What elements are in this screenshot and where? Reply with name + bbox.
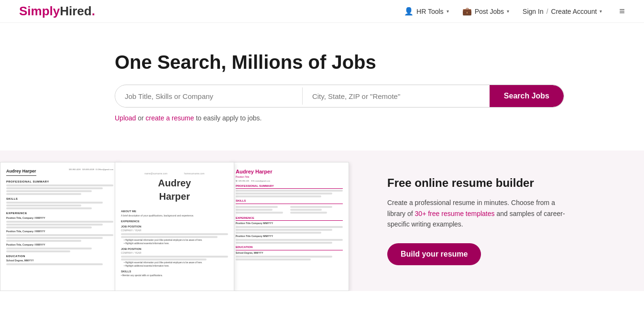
location-search-input[interactable]	[303, 86, 490, 107]
resume-1-prof-summary-label: Professional Summary	[6, 180, 113, 183]
resume-3-exp-1-line-1	[236, 226, 343, 228]
resume-3-exp-1-line-2	[236, 229, 332, 231]
post-jobs-label: Post Jobs	[475, 8, 504, 15]
resume-2-experience-label: EXPERIENCE	[121, 219, 228, 223]
resume-1-name: Audrey Harper	[6, 168, 36, 176]
auth-separator: /	[546, 8, 548, 15]
hamburger-menu-icon[interactable]: ≡	[619, 6, 625, 17]
resume-1-summary-line-4	[6, 193, 81, 195]
resume-upload-text: Upload or create a resume to easily appl…	[115, 114, 262, 122]
resume-3-skill-2	[236, 209, 273, 211]
search-jobs-button[interactable]: Search Jobs	[490, 85, 564, 107]
resume-1-exp-title-2: Position Title, Company / RRRYYY	[6, 230, 113, 233]
resume-3-summary-1	[236, 190, 343, 192]
resume-2-exp-title: JOB POSITION	[121, 225, 228, 228]
resume-3-contact: M: 329-992-435 ✉ K.Lewis@gmail.com	[236, 180, 343, 183]
resume-3-edu-title: School Degree, MM/YYY	[236, 251, 343, 255]
resume-2-skills-label: SKILLS	[121, 270, 228, 273]
resume-1-summary-line-3	[6, 190, 92, 192]
resume-3-exp-2-line-2	[236, 242, 332, 244]
resume-1-summary-line-1	[6, 184, 113, 186]
resume-3-skill-1	[236, 206, 278, 208]
resume-3-skill-6	[290, 212, 327, 214]
resume-2-about-label: ABOUT ME	[121, 209, 228, 213]
resume-card-classic: Audrey Harper 320-992-4226 329-993-4328 …	[0, 162, 120, 291]
resume-3-subtitle: Position Title	[236, 175, 343, 179]
resume-2-bullet-2: • Highlight additional essential informa…	[124, 242, 228, 245]
logo-hired: Hired	[60, 4, 91, 18]
resume-2-name: AudreyHarper	[121, 176, 228, 203]
resume-1-skills-label: Skills	[6, 197, 113, 201]
create-resume-link[interactable]: create a resume	[146, 114, 194, 122]
resume-2-exp-desc-1	[121, 233, 228, 235]
resume-1-skill-3	[6, 207, 92, 209]
hr-tools-chevron-icon: ▾	[447, 9, 449, 14]
resume-1-skill-2	[6, 205, 81, 206]
resume-3-edu-line-1	[236, 256, 332, 258]
resume-1-exp-2-line-2	[6, 237, 103, 239]
logo[interactable]: SimplyHired.	[19, 4, 95, 19]
search-bar: Search Jobs	[115, 85, 564, 108]
resume-3-skill-3	[236, 212, 283, 214]
resume-2-bullet-3: • Highlight essential information you'd …	[124, 261, 228, 264]
resume-1-education-label: Education	[6, 254, 113, 258]
resume-2-bullets: • Highlight essential information you'd …	[121, 239, 228, 246]
build-resume-button[interactable]: Build your resume	[387, 243, 481, 265]
promo-templates-link[interactable]: 30+ free resume templates	[415, 210, 495, 217]
sign-in-link[interactable]: Sign In	[523, 8, 544, 15]
resume-3-summary-2	[236, 193, 332, 194]
resume-3-exp-1-line-3	[236, 232, 321, 234]
resume-3-summary-3	[236, 195, 321, 197]
resume-1-skill-1	[6, 202, 103, 204]
resume-1-summary-line-2	[6, 187, 103, 189]
hr-tools-icon: 👤	[404, 7, 414, 16]
resume-promo: Free online resume builder Create a prof…	[363, 151, 644, 291]
resume-3-skills-col-2	[290, 205, 343, 215]
upload-link[interactable]: Upload	[115, 114, 136, 122]
logo-simply: Simply	[19, 4, 60, 18]
resume-1-experience-label: Experience	[6, 211, 113, 215]
upload-or-text: or	[136, 114, 145, 122]
auth-links: Sign In / Create Account ▾	[523, 8, 602, 15]
resume-2-skills-text: • Mention any special skills or qualific…	[121, 274, 228, 277]
hero-section: One Search, Millions of Jobs Search Jobs…	[0, 23, 644, 141]
resume-2-about-text: A brief description of your qualificatio…	[121, 214, 228, 217]
resume-3-exp-title-1: Position Title Company /MM/YYY	[236, 222, 343, 225]
resume-2-bullet-1: • Highlight essential information you'd …	[124, 239, 228, 242]
promo-description: Create a professional resume in minutes.…	[387, 197, 569, 229]
resume-1-contact: 320-992-4226 329-993-4328 D.Office@gmail…	[69, 168, 113, 171]
resume-1-exp-title-1: Position Title, Company / RRRYYY	[6, 216, 113, 220]
resume-card-colorful: Audrey Harper Position Title M: 329-992-…	[229, 162, 349, 291]
resume-3-education-label: EDUCATION	[236, 245, 343, 250]
lower-section: Audrey Harper 320-992-4226 329-993-4328 …	[0, 151, 644, 291]
resume-1-exp-2-line-1	[6, 234, 113, 236]
post-jobs-link[interactable]: 💼 Post Jobs ▾	[462, 7, 509, 16]
resume-3-exp-title-2: Position Title Company /MM/YYY	[236, 235, 343, 238]
create-account-link[interactable]: Create Account	[551, 8, 597, 15]
nav-links: 👤 HR Tools ▾ 💼 Post Jobs ▾ Sign In / Cre…	[404, 6, 625, 17]
resume-1-exp-1-line-2	[6, 224, 103, 226]
resume-3-exp-2-line-1	[236, 239, 343, 241]
resume-2-exp2-desc-2	[121, 259, 207, 260]
hero-title: One Search, Millions of Jobs	[115, 52, 376, 73]
hr-tools-label: HR Tools	[416, 8, 444, 15]
hr-tools-link[interactable]: 👤 HR Tools ▾	[404, 7, 449, 16]
resume-1-exp-title-3: Position Title, Company / RRRYYY	[6, 243, 113, 247]
promo-title: Free online resume builder	[387, 176, 625, 190]
resume-1-exp-2-line-3	[6, 240, 81, 242]
resume-2-bullet-4: • Highlight additional essential informa…	[124, 265, 228, 268]
job-search-input[interactable]	[115, 86, 302, 107]
resume-card-modern: name@surname.com homesurname.com AudreyH…	[115, 162, 234, 291]
resume-3-profsummary-label: PROFESSIONAL SUMMARY	[236, 184, 343, 189]
resume-3-header: Audrey Harper Position Title M: 329-992-…	[236, 168, 343, 183]
resume-3-skills-col-1	[236, 205, 288, 215]
resume-previews: Audrey Harper 320-992-4226 329-993-4328 …	[0, 151, 363, 291]
auth-chevron-icon: ▾	[600, 9, 602, 14]
resume-1-exp-3-line-2	[6, 250, 70, 252]
resume-1-exp-1-line-1	[6, 221, 113, 223]
resume-2-exp-desc-2	[121, 236, 218, 238]
resume-1-edu-title: School Degree, MM/YYY	[6, 259, 113, 262]
post-jobs-chevron-icon: ▾	[507, 9, 509, 14]
resume-3-skill-5	[290, 209, 322, 211]
post-jobs-icon: 💼	[462, 7, 472, 16]
